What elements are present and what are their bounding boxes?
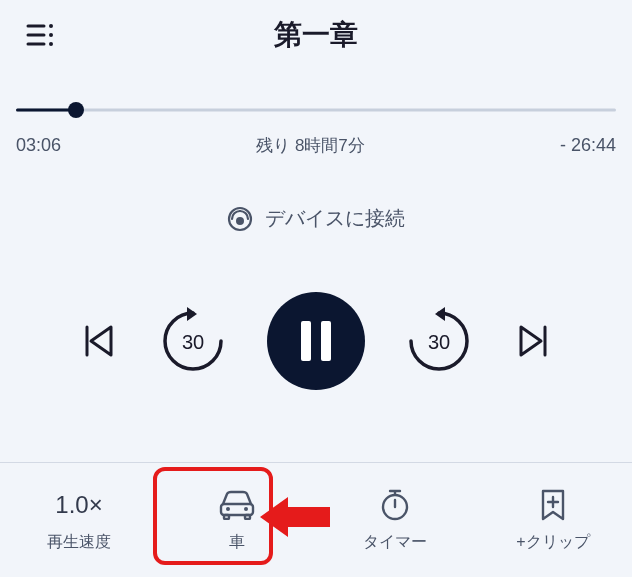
- progress-thumb[interactable]: [68, 102, 84, 118]
- svg-point-4: [49, 33, 53, 37]
- connect-device-button[interactable]: デバイスに接続: [0, 205, 632, 232]
- svg-point-21: [226, 507, 230, 511]
- page-title: 第一章: [0, 16, 632, 54]
- playback-controls: 30 30: [0, 292, 632, 390]
- svg-marker-10: [187, 307, 197, 321]
- bottom-bar: 1.0× 再生速度 車: [0, 462, 632, 577]
- svg-point-5: [49, 42, 53, 46]
- svg-marker-14: [435, 307, 445, 321]
- forward-icon: 30: [403, 305, 475, 377]
- svg-text:30: 30: [182, 331, 204, 353]
- menu-button[interactable]: [20, 15, 60, 55]
- speed-value: 1.0×: [55, 491, 102, 519]
- progress-slider[interactable]: [16, 100, 616, 120]
- bookmark-plus-icon: [538, 488, 568, 522]
- connect-device-label: デバイスに接続: [265, 205, 405, 232]
- car-icon: [217, 490, 257, 520]
- pause-icon: [296, 319, 336, 363]
- time-row: 03:06 残り 8時間7分 - 26:44: [16, 134, 616, 157]
- skip-next-icon: [513, 321, 553, 361]
- forward-30-button[interactable]: 30: [403, 305, 475, 377]
- remaining-time: - 26:44: [560, 135, 616, 156]
- svg-marker-16: [521, 327, 541, 355]
- elapsed-time: 03:06: [16, 135, 61, 156]
- clip-label: +クリップ: [516, 532, 589, 553]
- svg-rect-13: [321, 321, 331, 361]
- progress-section: 03:06 残り 8時間7分 - 26:44: [0, 70, 632, 157]
- cast-icon: [227, 206, 253, 232]
- previous-track-button[interactable]: [79, 321, 119, 361]
- svg-marker-9: [91, 327, 111, 355]
- svg-rect-18: [221, 504, 253, 515]
- skip-previous-icon: [79, 321, 119, 361]
- svg-point-22: [244, 507, 248, 511]
- svg-point-7: [236, 217, 244, 225]
- rewind-30-button[interactable]: 30: [157, 305, 229, 377]
- timer-button[interactable]: タイマー: [316, 463, 474, 577]
- svg-point-3: [49, 24, 53, 28]
- play-pause-button[interactable]: [267, 292, 365, 390]
- progress-track: [16, 109, 616, 112]
- rewind-icon: 30: [157, 305, 229, 377]
- timer-icon: [378, 488, 412, 522]
- timer-label: タイマー: [363, 532, 427, 553]
- remaining-label: 残り 8時間7分: [256, 134, 365, 157]
- svg-rect-12: [301, 321, 311, 361]
- menu-icon: [26, 24, 54, 46]
- car-label: 車: [229, 532, 245, 553]
- header: 第一章: [0, 0, 632, 70]
- svg-rect-20: [245, 515, 250, 519]
- next-track-button[interactable]: [513, 321, 553, 361]
- speed-label: 再生速度: [47, 532, 111, 553]
- playback-speed-button[interactable]: 1.0× 再生速度: [0, 463, 158, 577]
- clip-button[interactable]: +クリップ: [474, 463, 632, 577]
- svg-rect-19: [224, 515, 229, 519]
- progress-fill: [16, 109, 76, 112]
- svg-text:30: 30: [428, 331, 450, 353]
- car-mode-button[interactable]: 車: [158, 463, 316, 577]
